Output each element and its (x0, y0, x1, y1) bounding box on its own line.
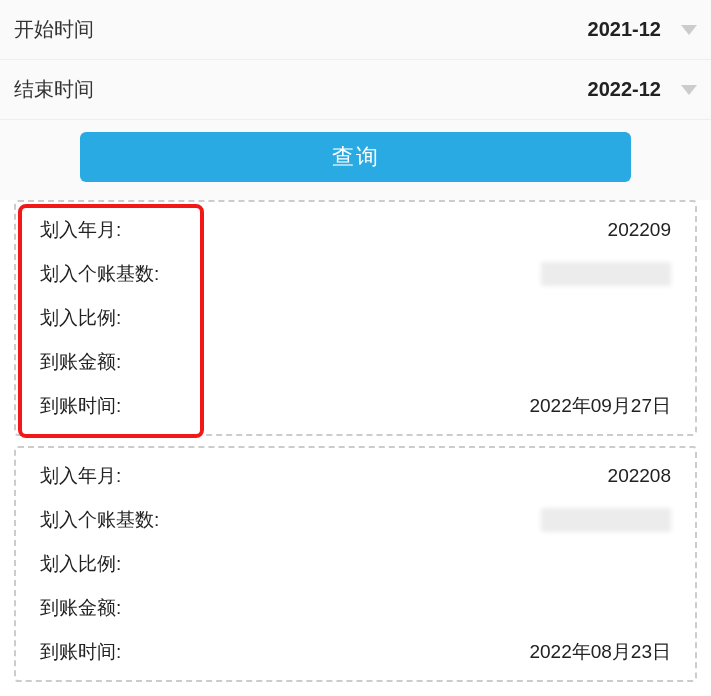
button-row: 查询 (0, 120, 711, 200)
end-date-value: 2022-12 (588, 78, 661, 101)
value-arrive: 2022年08月23日 (529, 639, 671, 665)
end-date-label: 结束时间 (14, 76, 588, 103)
label-amount: 到账金额: (40, 349, 121, 375)
value-month: 202209 (608, 219, 671, 241)
label-base: 划入个账基数: (40, 261, 159, 287)
value-base-redacted (541, 508, 671, 532)
value-month: 202208 (608, 465, 671, 487)
query-button[interactable]: 查询 (80, 132, 631, 182)
kv-arrive: 到账时间: 2022年08月23日 (40, 630, 671, 674)
kv-month: 划入年月: 202208 (40, 454, 671, 498)
record-card: 划入年月: 202209 划入个账基数: 划入比例: 到账金额: 到账时间: 2… (14, 200, 697, 436)
label-ratio: 划入比例: (40, 305, 121, 331)
kv-ratio: 划入比例: (40, 296, 671, 340)
label-month: 划入年月: (40, 217, 121, 243)
label-ratio: 划入比例: (40, 551, 121, 577)
label-arrive: 到账时间: (40, 639, 121, 665)
record-card: 划入年月: 202208 划入个账基数: 划入比例: 到账金额: 到账时间: 2… (14, 446, 697, 682)
chevron-down-icon (681, 25, 697, 35)
results-area: 划入年月: 202209 划入个账基数: 划入比例: 到账金额: 到账时间: 2… (0, 200, 711, 682)
kv-arrive: 到账时间: 2022年09月27日 (40, 384, 671, 428)
kv-amount: 到账金额: (40, 586, 671, 630)
start-date-value: 2021-12 (588, 18, 661, 41)
label-base: 划入个账基数: (40, 507, 159, 533)
label-amount: 到账金额: (40, 595, 121, 621)
kv-base: 划入个账基数: (40, 498, 671, 542)
kv-ratio: 划入比例: (40, 542, 671, 586)
kv-amount: 到账金额: (40, 340, 671, 384)
value-arrive: 2022年09月27日 (529, 393, 671, 419)
label-arrive: 到账时间: (40, 393, 121, 419)
filter-row-start[interactable]: 开始时间 2021-12 (0, 0, 711, 60)
start-date-label: 开始时间 (14, 16, 588, 43)
label-month: 划入年月: (40, 463, 121, 489)
start-date-select[interactable]: 2021-12 (588, 18, 697, 41)
filter-row-end[interactable]: 结束时间 2022-12 (0, 60, 711, 120)
kv-base: 划入个账基数: (40, 252, 671, 296)
value-base-redacted (541, 262, 671, 286)
end-date-select[interactable]: 2022-12 (588, 78, 697, 101)
chevron-down-icon (681, 85, 697, 95)
kv-month: 划入年月: 202209 (40, 208, 671, 252)
